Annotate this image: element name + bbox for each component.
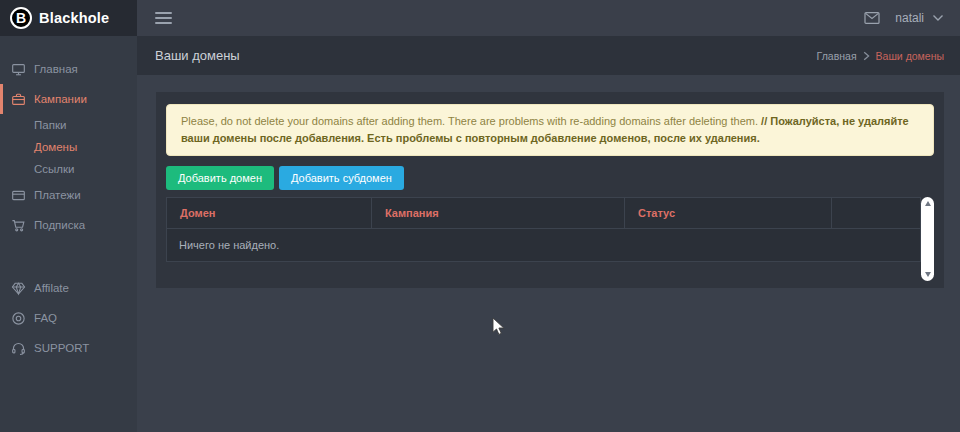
mail-icon[interactable]	[864, 11, 880, 25]
sidebar: B Blackhole Главная Кампании Папки Домен…	[0, 0, 137, 432]
brand-logo[interactable]: B Blackhole	[0, 0, 137, 36]
sidebar-item-label: Кампании	[34, 93, 87, 105]
breadcrumb-current: Ваши домены	[876, 50, 944, 62]
table-scrollbar[interactable]	[921, 197, 934, 281]
sidebar-item-podpiska[interactable]: Подписка	[0, 210, 137, 240]
chevron-down-icon	[932, 14, 944, 22]
lifebuoy-icon	[11, 311, 26, 326]
scroll-down-icon[interactable]	[925, 272, 931, 277]
sidebar-item-label: Главная	[34, 63, 78, 75]
sidebar-item-label: FAQ	[34, 312, 57, 324]
scroll-up-icon[interactable]	[925, 201, 931, 206]
sidebar-item-kampanii[interactable]: Кампании	[0, 84, 137, 114]
headset-icon	[11, 341, 26, 356]
table-header-row: Домен Кампания Статус	[167, 198, 921, 229]
sidebar-item-ssylki[interactable]: Ссылки	[0, 158, 137, 180]
sidebar-item-label: SUPPORT	[34, 342, 89, 354]
sidebar-item-label: Платежи	[34, 189, 81, 201]
diamond-icon	[11, 281, 26, 296]
domains-table-wrap: Домен Кампания Статус Ничего не найдено.	[166, 197, 934, 281]
column-header-campaign: Кампания	[372, 198, 625, 229]
breadcrumb-home[interactable]: Главная	[817, 50, 857, 62]
credit-card-icon	[11, 188, 26, 203]
column-header-domain: Домен	[167, 198, 372, 229]
warning-alert: Please, do not delete your domains after…	[166, 104, 934, 156]
column-header-actions	[832, 198, 921, 229]
sidebar-item-label: Ссылки	[34, 163, 75, 175]
main-content: Please, do not delete your domains after…	[137, 75, 960, 432]
sidebar-item-domeny[interactable]: Домены	[0, 136, 137, 158]
cart-icon	[11, 218, 26, 233]
monitor-icon	[11, 62, 26, 77]
domains-table: Домен Кампания Статус Ничего не найдено.	[166, 197, 921, 262]
page-title: Ваши домены	[155, 48, 240, 63]
sidebar-nav: Главная Кампании Папки Домены Ссылки Пла…	[0, 36, 137, 363]
sidebar-item-label: Подписка	[34, 219, 85, 231]
chevron-right-icon	[863, 51, 870, 61]
sidebar-item-support[interactable]: SUPPORT	[0, 333, 137, 363]
actions-row: Добавить домен Добавить субдомен	[166, 166, 934, 190]
sidebar-item-label: Домены	[34, 141, 77, 153]
user-menu[interactable]: natali	[895, 11, 944, 25]
sidebar-item-platezhi[interactable]: Платежи	[0, 180, 137, 210]
breadcrumb: Главная Ваши домены	[817, 50, 944, 62]
table-row: Ничего не найдено.	[167, 229, 921, 262]
domains-card: Please, do not delete your domains after…	[156, 92, 944, 288]
briefcase-icon	[11, 92, 26, 107]
alert-divider: //	[758, 115, 770, 127]
add-subdomain-button[interactable]: Добавить субдомен	[279, 166, 404, 190]
sidebar-item-label: Папки	[34, 119, 66, 131]
brand-name: Blackhole	[39, 10, 109, 26]
sidebar-item-label: Affilate	[34, 282, 69, 294]
add-domain-button[interactable]: Добавить домен	[166, 166, 274, 190]
sidebar-item-faq[interactable]: FAQ	[0, 303, 137, 333]
sidebar-spacer	[0, 240, 137, 273]
column-header-status: Статус	[625, 198, 832, 229]
brand-logo-icon: B	[10, 7, 32, 29]
sidebar-item-affilate[interactable]: Affilate	[0, 273, 137, 303]
sidebar-item-glavnaya[interactable]: Главная	[0, 54, 137, 84]
hamburger-menu-icon[interactable]	[153, 8, 174, 28]
sidebar-item-papki[interactable]: Папки	[0, 114, 137, 136]
topbar: natali	[137, 0, 960, 36]
username: natali	[895, 11, 924, 25]
alert-text-en: Please, do not delete your domains after…	[181, 115, 758, 127]
titlebar: Ваши домены Главная Ваши домены	[137, 36, 960, 75]
empty-message: Ничего не найдено.	[167, 229, 921, 262]
